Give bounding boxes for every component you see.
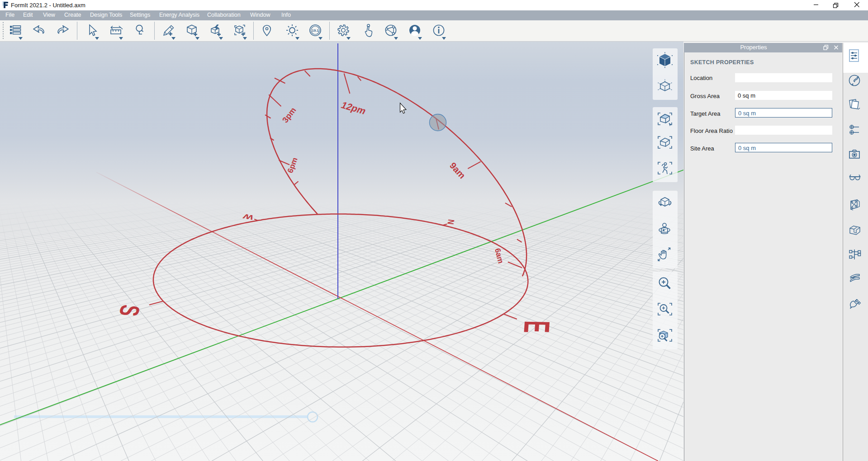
- svg-text:E: E: [517, 320, 557, 334]
- svg-text:19.1: 19.1: [312, 28, 319, 33]
